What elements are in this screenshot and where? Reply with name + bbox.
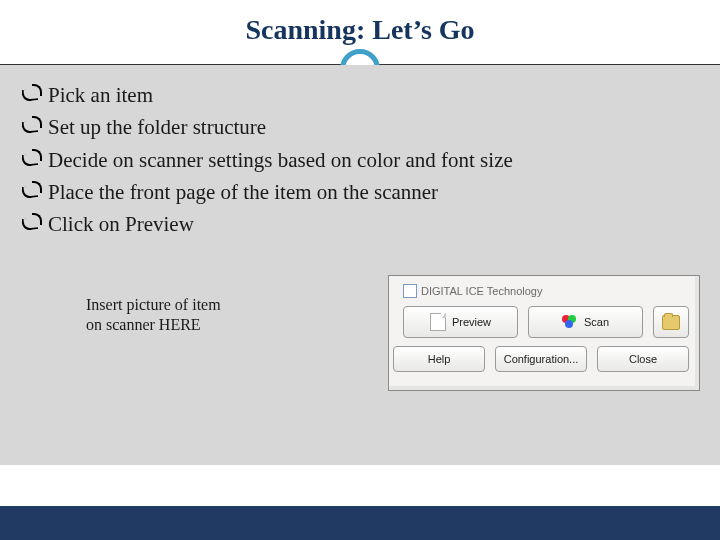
list-item: Pick an item: [22, 81, 698, 109]
list-item: Click on Preview: [22, 210, 698, 238]
preview-label: Preview: [452, 316, 491, 328]
scan-button[interactable]: Scan: [528, 306, 643, 338]
dialog-inner: DIGITAL ICE Technology Preview Scan: [389, 276, 699, 390]
slide: Scanning: Let’s Go Pick an item Set up t…: [0, 0, 720, 540]
page-icon: [430, 313, 446, 331]
digital-ice-label: DIGITAL ICE Technology: [421, 285, 542, 297]
button-row-top: Preview Scan: [403, 306, 689, 338]
close-button[interactable]: Close: [597, 346, 689, 372]
rgb-icon: [562, 315, 578, 329]
slide-title: Scanning: Let’s Go: [0, 14, 720, 46]
button-row-bottom: Help Configuration... Close: [403, 346, 689, 372]
close-label: Close: [629, 353, 657, 365]
title-area: Scanning: Let’s Go: [0, 0, 720, 65]
footer-bar: [0, 506, 720, 540]
list-item: Set up the folder structure: [22, 113, 698, 141]
configuration-button[interactable]: Configuration...: [495, 346, 587, 372]
folder-icon: [662, 315, 680, 330]
bullet-list: Pick an item Set up the folder structure…: [22, 81, 698, 239]
slide-body: Pick an item Set up the folder structure…: [0, 65, 720, 465]
scanner-dialog: DIGITAL ICE Technology Preview Scan: [388, 275, 700, 391]
checkbox-icon[interactable]: [403, 284, 417, 298]
list-item: Place the front page of the item on the …: [22, 178, 698, 206]
scan-label: Scan: [584, 316, 609, 328]
digital-ice-row: DIGITAL ICE Technology: [403, 284, 689, 298]
list-item: Decide on scanner settings based on colo…: [22, 146, 698, 174]
placeholder-caption: Insert picture of item on scanner HERE: [86, 295, 226, 335]
preview-button[interactable]: Preview: [403, 306, 518, 338]
help-label: Help: [428, 353, 451, 365]
help-button[interactable]: Help: [393, 346, 485, 372]
folder-button[interactable]: [653, 306, 689, 338]
configuration-label: Configuration...: [504, 353, 579, 365]
